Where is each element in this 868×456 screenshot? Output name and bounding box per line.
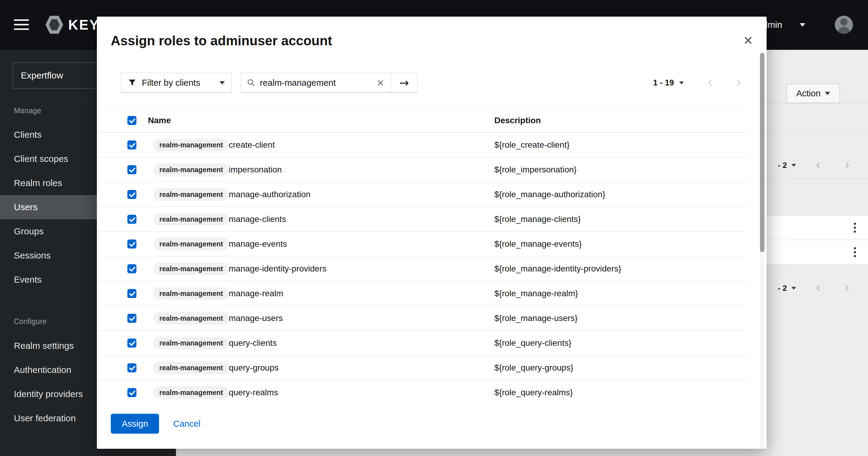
role-description: ${role_create-client} <box>494 140 569 150</box>
role-name: query-groups <box>229 363 279 373</box>
row-checkbox[interactable] <box>127 215 136 224</box>
role-description: ${role_query-groups} <box>494 363 574 373</box>
client-badge: realm-management <box>153 213 229 226</box>
role-name: manage-events <box>229 239 287 249</box>
action-caret-icon <box>825 92 830 95</box>
table-row: realm-management manage-events ${role_ma… <box>97 232 748 256</box>
action-label: Action <box>796 88 820 98</box>
row-checkbox[interactable] <box>127 314 136 323</box>
clear-search-icon[interactable]: × <box>376 77 385 89</box>
avatar-body-shape <box>838 27 850 34</box>
client-badge: realm-management <box>153 238 229 250</box>
filter-caret-icon <box>219 81 225 85</box>
assign-button[interactable]: Assign <box>111 414 159 434</box>
search-group: realm-management × → <box>241 73 418 93</box>
role-name: create-client <box>229 140 275 150</box>
kebab-menu-icon[interactable] <box>852 246 857 258</box>
row-checkbox[interactable] <box>127 363 136 372</box>
role-name: manage-realm <box>229 289 283 298</box>
assign-roles-modal: Assign roles to adminuser account Filter… <box>97 17 767 449</box>
divider <box>749 133 868 133</box>
row-checkbox[interactable] <box>127 140 136 149</box>
keycloak-logo-icon <box>45 16 63 34</box>
roles-table: Name Description realm-management create… <box>97 108 748 405</box>
pagination-range[interactable]: - 2 <box>778 161 787 170</box>
modal-title: Assign roles to adminuser account <box>111 33 332 48</box>
pagination-caret-icon <box>792 287 796 289</box>
filter-by-clients-dropdown[interactable]: Filter by clients <box>121 73 232 93</box>
row-checkbox[interactable] <box>127 165 136 174</box>
search-icon <box>247 78 256 87</box>
role-name: query-realms <box>229 388 278 397</box>
row-checkbox[interactable] <box>127 190 136 199</box>
kebab-menu-icon[interactable] <box>852 221 857 234</box>
nav-section-configure: Configure <box>14 316 46 327</box>
client-badge: realm-management <box>153 163 229 176</box>
next-page-icon[interactable] <box>842 284 851 293</box>
modal-pagination: 1 - 19 <box>653 73 743 93</box>
row-checkbox[interactable] <box>127 264 136 273</box>
client-badge: realm-management <box>153 337 229 349</box>
role-description: ${role_manage-users} <box>494 313 578 323</box>
row-checkbox[interactable] <box>127 339 136 348</box>
table-row: realm-management manage-realm ${role_man… <box>97 281 748 306</box>
pagination-caret-icon <box>679 81 684 84</box>
modal-scrollbar-thumb[interactable] <box>760 53 765 252</box>
table-row: realm-management manage-clients ${role_m… <box>97 207 748 232</box>
pagination-caret-icon <box>792 164 796 166</box>
role-description: ${role_manage-clients} <box>494 215 581 224</box>
client-badge: realm-management <box>153 312 229 325</box>
role-description: ${role_query-clients} <box>494 338 571 348</box>
prev-page-icon[interactable] <box>814 161 823 170</box>
search-value: realm-management <box>260 78 372 88</box>
avatar-head-shape <box>840 19 847 26</box>
table-row: realm-management manage-identity-provide… <box>97 256 748 281</box>
client-badge: realm-management <box>153 386 229 399</box>
table-row <box>749 240 868 264</box>
role-description: ${role_query-realms} <box>494 388 573 397</box>
action-dropdown[interactable]: Action <box>786 84 840 103</box>
table-row: realm-management create-client ${role_cr… <box>97 133 748 157</box>
search-input[interactable]: realm-management × <box>241 73 391 93</box>
table-row: realm-management query-realms ${role_que… <box>97 380 748 405</box>
role-name: manage-authorization <box>229 190 311 199</box>
next-page-icon[interactable] <box>733 78 743 88</box>
cancel-button[interactable]: Cancel <box>173 414 200 434</box>
column-header-name: Name <box>148 116 171 125</box>
client-badge: realm-management <box>153 287 229 300</box>
divider <box>749 179 868 179</box>
row-checkbox[interactable] <box>127 289 136 298</box>
role-name: manage-clients <box>229 215 286 224</box>
next-page-icon[interactable] <box>842 161 851 170</box>
table-row: realm-management manage-users ${role_man… <box>97 306 748 331</box>
prev-page-icon[interactable] <box>814 284 823 293</box>
close-icon[interactable] <box>739 31 757 49</box>
hamburger-menu-icon[interactable] <box>14 19 30 30</box>
divider <box>749 103 868 103</box>
role-name: impersonation <box>229 165 282 175</box>
client-badge: realm-management <box>153 188 229 201</box>
prev-page-icon[interactable] <box>705 78 716 88</box>
role-name: query-clients <box>229 338 277 348</box>
role-description: ${role_manage-events} <box>494 239 582 249</box>
arrow-right-icon: → <box>399 77 409 88</box>
row-checkbox[interactable] <box>127 239 136 249</box>
filter-label: Filter by clients <box>142 78 200 88</box>
avatar[interactable] <box>835 16 853 34</box>
table-row: realm-management query-clients ${role_qu… <box>97 331 748 355</box>
role-description: ${role_manage-realm} <box>494 289 578 298</box>
table-row: realm-management impersonation ${role_im… <box>97 157 748 182</box>
bg-pagination-top: - 2 <box>778 156 851 174</box>
username-caret-icon <box>800 23 805 27</box>
pagination-range[interactable]: 1 - 19 <box>653 78 674 88</box>
role-description: ${role_manage-identity-providers} <box>494 264 621 274</box>
table-header-row: Name Description <box>97 108 748 133</box>
pagination-range[interactable]: - 2 <box>778 284 787 293</box>
client-badge: realm-management <box>153 262 229 275</box>
client-badge: realm-management <box>153 139 229 151</box>
role-description: ${role_manage-authorization} <box>494 190 605 199</box>
table-row: realm-management manage-authorization ${… <box>97 182 748 207</box>
row-checkbox[interactable] <box>127 388 136 397</box>
select-all-checkbox[interactable] <box>127 116 136 125</box>
search-submit-button[interactable]: → <box>391 73 418 93</box>
